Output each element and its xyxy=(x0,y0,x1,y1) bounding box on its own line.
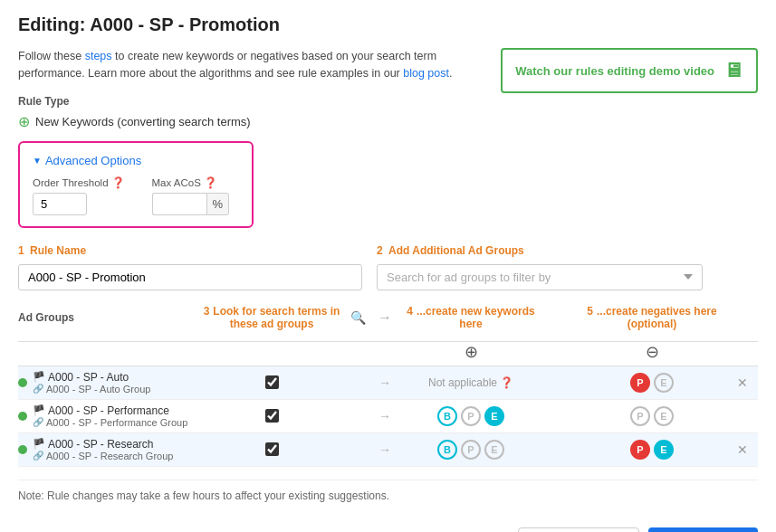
demo-button[interactable]: Watch our rules editing demo video 🖥 xyxy=(501,48,758,93)
ad-groups-select[interactable]: Search for ad groups to filter by xyxy=(377,264,703,290)
ad-group-names-2: 🏴 A000 - SP - Performance 🔗 A000 - SP - … xyxy=(33,404,187,428)
plus-circle-icon: ⊕ xyxy=(18,113,30,130)
flag-icon-1: 🏴 xyxy=(33,371,45,383)
flag-icon-3: 🏴 xyxy=(33,438,45,450)
advanced-options-label: Advanced Options xyxy=(45,154,141,167)
rule-name-group: 1 Rule Name xyxy=(18,244,362,290)
badge-P-outline-row2[interactable]: P xyxy=(461,406,481,426)
order-threshold-label: Order Threshold ❓ xyxy=(33,176,125,189)
link-icon-2: 🔗 xyxy=(33,417,43,427)
minus-sub-icon: ⊖ xyxy=(646,342,659,362)
description-text: Follow these steps to create new keyword… xyxy=(18,48,501,82)
page-title: Editing: A000 - SP - Promotion xyxy=(18,14,758,35)
keywords-cell-2: B P E xyxy=(398,406,543,426)
ad-group-names-1: 🏴 A000 - SP - Auto 🔗 A000 - SP - Auto Gr… xyxy=(33,371,150,394)
row3-checkbox[interactable] xyxy=(265,442,279,456)
badge-E-neg-row3[interactable]: E xyxy=(654,440,674,460)
col-keywords-header: 4...create new keywords here xyxy=(398,299,543,336)
badge-E-outline-row3[interactable]: E xyxy=(484,440,504,460)
ad-group-name1-2: 🏴 A000 - SP - Performance xyxy=(33,404,187,417)
badge-P-outline-row3[interactable]: P xyxy=(461,440,481,460)
order-threshold-help-icon[interactable]: ❓ xyxy=(111,176,125,189)
col-look-header: 3Look for search terms in these ad group… xyxy=(199,299,344,336)
icon-sub-row: ⊕ ⊖ xyxy=(18,342,758,366)
table-row: 🏴 A000 - SP - Performance 🔗 A000 - SP - … xyxy=(18,400,758,433)
max-acos-label: Max ACoS ❓ xyxy=(152,176,230,189)
plus-sub-icon: ⊕ xyxy=(465,342,478,362)
col-arrow-header: 🔍 xyxy=(344,310,371,325)
badge-P-neg-row2[interactable]: P xyxy=(630,406,650,426)
col-negatives-header: 5...create negatives here (optional) xyxy=(570,299,733,336)
order-threshold-input[interactable] xyxy=(33,193,87,215)
row1-arrow: → xyxy=(378,375,391,390)
badge-P-neg-row3[interactable]: P xyxy=(630,440,650,460)
not-applicable-text: Not applicable ❓ xyxy=(428,376,513,389)
table-section: Ad Groups 3Look for search terms in thes… xyxy=(18,299,758,467)
col-ad-groups-header: Ad Groups xyxy=(18,306,199,329)
ad-group-cell-3: 🏴 A000 - SP - Research 🔗 A000 - SP - Res… xyxy=(18,438,199,461)
max-acos-input-group: % xyxy=(152,193,230,215)
badge-P-row1[interactable]: P xyxy=(630,373,650,393)
rule-type-label: Rule Type xyxy=(18,95,501,108)
blog-link[interactable]: blog post xyxy=(403,67,449,80)
steps-link[interactable]: steps xyxy=(85,50,112,62)
advanced-options-box: ▼ Advanced Options Order Threshold ❓ Max… xyxy=(18,141,254,228)
link-icon-3: 🔗 xyxy=(33,451,43,461)
link-icon-1: 🔗 xyxy=(33,384,43,394)
keywords-cell-1: Not applicable ❓ xyxy=(398,376,543,389)
rule-type-option[interactable]: ⊕ New Keywords (converting search terms) xyxy=(18,113,501,130)
badge-E-neg-row2[interactable]: E xyxy=(654,406,674,426)
green-dot-2 xyxy=(18,412,27,421)
note-text: Note: Rule changes may take a few hours … xyxy=(18,480,758,502)
rule-name-input[interactable] xyxy=(18,264,362,290)
demo-button-label: Watch our rules editing demo video xyxy=(515,64,714,78)
remove-cell-1[interactable]: ✕ xyxy=(733,375,752,390)
keywords-cell-3: B P E xyxy=(398,440,543,460)
rule-type-text: New Keywords (converting search terms) xyxy=(35,115,251,128)
advanced-options-toggle[interactable]: ▼ Advanced Options xyxy=(33,154,239,167)
form-row: 1 Rule Name 2 Add Additional Ad Groups S… xyxy=(18,244,758,290)
max-acos-input[interactable] xyxy=(152,193,206,215)
remove-cell-3[interactable]: ✕ xyxy=(733,442,752,457)
badge-E-outline-row1[interactable]: E xyxy=(654,373,674,393)
order-threshold-group: Order Threshold ❓ xyxy=(33,176,125,215)
row2-arrow: → xyxy=(378,409,391,423)
check-cell-1[interactable] xyxy=(199,375,344,389)
search-icon: 🔍 xyxy=(350,310,366,325)
monitor-icon: 🖥 xyxy=(723,59,743,82)
row2-checkbox[interactable] xyxy=(265,409,279,423)
badge-E-row2[interactable]: E xyxy=(484,406,504,426)
check-cell-3[interactable] xyxy=(199,442,344,456)
form-section: 1 Rule Name 2 Add Additional Ad Groups S… xyxy=(18,244,758,290)
rule-name-label: 1 Rule Name xyxy=(18,244,362,257)
negatives-cell-1: P E xyxy=(570,373,733,393)
check-cell-2[interactable] xyxy=(199,409,344,423)
row1-checkbox[interactable] xyxy=(265,375,279,389)
ad-groups-label: 2 Add Additional Ad Groups xyxy=(377,244,703,257)
table-header: Ad Groups 3Look for search terms in thes… xyxy=(18,299,758,342)
badge-B-row2[interactable]: B xyxy=(437,406,457,426)
remove-cell-2: ✕ xyxy=(733,409,752,423)
advanced-fields-row: Order Threshold ❓ Max ACoS ❓ % xyxy=(33,176,239,215)
footer: Delete Rule Discard Changes Save Changes xyxy=(18,518,758,533)
negatives-cell-3: P E xyxy=(570,440,733,460)
green-dot-1 xyxy=(18,378,27,387)
pct-label: % xyxy=(206,193,230,215)
ad-group-name2-2: 🔗 A000 - SP - Performance Group xyxy=(33,417,187,428)
ad-group-names-3: 🏴 A000 - SP - Research 🔗 A000 - SP - Res… xyxy=(33,438,173,461)
ad-group-name1-1: 🏴 A000 - SP - Auto xyxy=(33,371,150,384)
save-changes-button[interactable]: Save Changes xyxy=(648,527,758,533)
na-help-icon[interactable]: ❓ xyxy=(500,376,513,389)
table-row: 🏴 A000 - SP - Auto 🔗 A000 - SP - Auto Gr… xyxy=(18,366,758,400)
discard-changes-button[interactable]: Discard Changes xyxy=(518,527,639,533)
negatives-cell-2: P E xyxy=(570,406,733,426)
ad-groups-group: 2 Add Additional Ad Groups Search for ad… xyxy=(377,244,703,290)
arrow-right-icon: → xyxy=(378,309,392,326)
green-dot-3 xyxy=(18,445,27,454)
ad-group-cell-2: 🏴 A000 - SP - Performance 🔗 A000 - SP - … xyxy=(18,404,199,428)
max-acos-help-icon[interactable]: ❓ xyxy=(204,176,217,189)
footer-buttons: Discard Changes Save Changes xyxy=(518,527,758,533)
ad-group-cell-1: 🏴 A000 - SP - Auto 🔗 A000 - SP - Auto Gr… xyxy=(18,371,199,394)
ad-group-name2-3: 🔗 A000 - SP - Research Group xyxy=(33,451,173,461)
badge-B-row3[interactable]: B xyxy=(437,440,457,460)
